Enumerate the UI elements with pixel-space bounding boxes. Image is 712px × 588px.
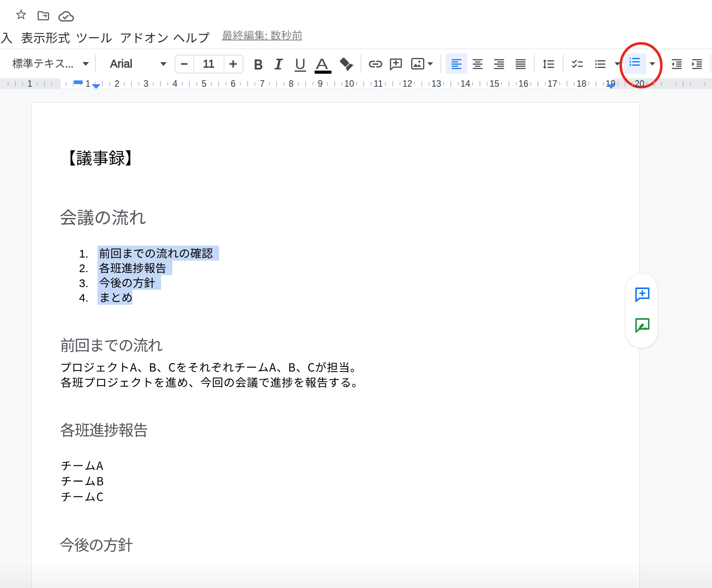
svg-text:9: 9 — [318, 79, 323, 89]
svg-text:5: 5 — [202, 79, 207, 89]
svg-text:12: 12 — [402, 79, 412, 89]
svg-text:7: 7 — [260, 79, 265, 89]
svg-text:1: 1 — [27, 79, 32, 89]
svg-text:17: 17 — [547, 79, 557, 89]
svg-text:20: 20 — [635, 79, 644, 89]
svg-text:11: 11 — [203, 58, 214, 70]
svg-text:B: B — [254, 57, 263, 73]
svg-text:3: 3 — [143, 79, 148, 89]
svg-text:Arial: Arial — [110, 58, 132, 70]
svg-text:11: 11 — [374, 79, 383, 89]
svg-text:18: 18 — [577, 79, 587, 89]
svg-text:16: 16 — [519, 79, 529, 89]
svg-text:4: 4 — [173, 79, 178, 89]
svg-text:1: 1 — [86, 79, 91, 89]
svg-text:1.: 1. — [79, 247, 88, 260]
svg-text:15: 15 — [490, 79, 499, 89]
svg-text:10: 10 — [344, 79, 354, 89]
svg-text:2: 2 — [115, 79, 120, 89]
svg-text:8: 8 — [289, 79, 294, 89]
svg-text:13: 13 — [432, 79, 442, 89]
svg-text:3.: 3. — [79, 277, 88, 289]
svg-text:U: U — [295, 56, 305, 72]
svg-text:4.: 4. — [79, 291, 88, 304]
svg-text:A: A — [316, 56, 328, 72]
svg-text:2.: 2. — [79, 262, 88, 274]
svg-text:14: 14 — [460, 79, 470, 89]
svg-text:6: 6 — [231, 79, 236, 89]
